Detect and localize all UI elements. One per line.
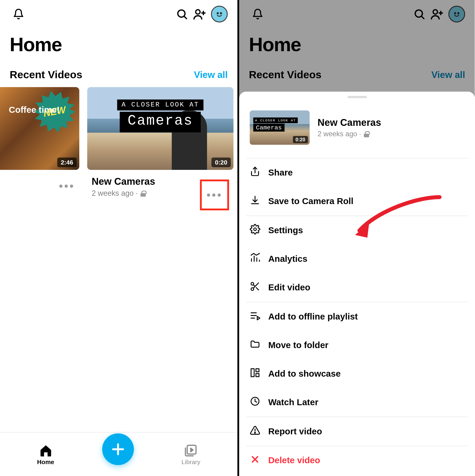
duration-badge: 0:20 [211, 157, 231, 167]
svg-line-30 [256, 288, 258, 290]
menu-item-add-to-showcase[interactable]: Add to showcase [239, 359, 475, 388]
gear-icon [250, 224, 260, 237]
playlist-icon [250, 310, 260, 323]
menu-item-report-video[interactable]: Report video [239, 417, 475, 446]
sheet-title: New Cameras [317, 117, 381, 128]
bottom-nav: Home Library [0, 432, 237, 476]
add-button[interactable] [102, 433, 133, 465]
overlay-text: Cameras [120, 112, 201, 133]
view-all-link[interactable]: View all [194, 70, 228, 80]
top-bar [0, 0, 237, 28]
menu-item-label: Share [268, 167, 293, 178]
svg-rect-36 [251, 369, 254, 377]
share-icon [250, 166, 260, 179]
video-cards-row: NEW Coffee time! 2:46 ! ••• A CLOSER LOO… [0, 87, 237, 219]
svg-point-6 [220, 12, 222, 14]
nav-home[interactable]: Home [37, 443, 54, 465]
menu-item-share[interactable]: Share [239, 158, 475, 187]
section-heading: Recent Videos [10, 69, 82, 81]
duration-badge: 2:46 [57, 157, 77, 167]
svg-marker-11 [191, 448, 193, 452]
overlay-title: Coffee time! [9, 105, 60, 115]
sheet-subtitle: 2 weeks ago · [317, 130, 381, 138]
menu-item-watch-later[interactable]: Watch Later [239, 388, 475, 416]
avatar[interactable] [211, 6, 228, 22]
svg-line-1 [184, 16, 186, 19]
svg-point-22 [254, 228, 256, 231]
svg-point-2 [196, 10, 200, 14]
overlay-text: A CLOSER LOOK AT [117, 99, 203, 110]
chart-icon [250, 253, 260, 265]
svg-point-5 [217, 12, 218, 14]
menu-item-move-to-folder[interactable]: Move to folder [239, 331, 475, 359]
video-thumbnail[interactable]: A CLOSER LOOK AT Cameras 0:20 [87, 87, 233, 170]
phone-screen-sheet: Home Recent Videos View all A CLOSER LOO… [237, 0, 475, 476]
video-thumbnail[interactable]: NEW Coffee time! 2:46 [0, 87, 79, 170]
more-options-button[interactable]: ••• [59, 176, 75, 193]
svg-point-41 [255, 432, 256, 433]
x-icon [250, 454, 260, 467]
svg-rect-37 [256, 369, 259, 372]
phone-screen-home: Home Recent Videos View all NEW Coffee t… [0, 0, 237, 476]
lock-icon [364, 131, 369, 137]
section-header: Recent Videos View all [0, 57, 237, 87]
video-subtitle: 2 weeks ago · [92, 189, 155, 198]
clock-icon [250, 396, 260, 409]
search-icon[interactable] [173, 5, 191, 23]
sheet-thumbnail: A CLOSER LOOK AT Cameras 0:20 [250, 110, 310, 145]
menu-item-save-to-camera-roll[interactable]: Save to Camera Roll [239, 187, 475, 216]
menu-item-label: Watch Later [268, 397, 318, 408]
menu-item-add-to-offline-playlist[interactable]: Add to offline playlist [239, 302, 475, 331]
sheet-menu: ShareSave to Camera RollSettingsAnalytic… [239, 158, 475, 475]
menu-item-analytics[interactable]: Analytics [239, 245, 475, 273]
folder-icon [250, 339, 260, 352]
menu-item-settings[interactable]: Settings [239, 216, 475, 245]
menu-item-label: Settings [268, 225, 303, 235]
svg-marker-35 [257, 316, 260, 320]
menu-item-label: Edit video [268, 283, 310, 293]
download-icon [250, 195, 260, 208]
lock-icon [141, 190, 146, 197]
menu-item-label: Save to Camera Roll [268, 196, 353, 206]
nav-library[interactable]: Library [181, 443, 200, 465]
svg-rect-38 [256, 374, 259, 377]
warn-icon [250, 425, 260, 438]
page-title: Home [0, 28, 237, 57]
more-options-button[interactable]: ••• [206, 188, 222, 202]
video-title: New Cameras [92, 176, 155, 187]
video-card[interactable]: NEW Coffee time! 2:46 ! ••• [0, 87, 79, 219]
menu-item-label: Add to offline playlist [268, 311, 358, 322]
video-card[interactable]: A CLOSER LOOK AT Cameras 0:20 New Camera… [87, 87, 233, 219]
menu-item-label: Delete video [268, 455, 320, 466]
menu-item-label: Report video [268, 426, 322, 436]
menu-item-edit-video[interactable]: Edit video [239, 273, 475, 302]
sheet-grabber[interactable] [347, 96, 367, 98]
add-user-icon[interactable] [191, 5, 208, 23]
scissors-icon [250, 281, 260, 294]
menu-item-label: Move to folder [268, 340, 328, 350]
action-sheet: A CLOSER LOOK AT Cameras 0:20 New Camera… [239, 92, 475, 476]
highlight-annotation: ••• [200, 179, 229, 210]
bell-icon[interactable] [10, 5, 27, 23]
menu-item-label: Analytics [268, 254, 308, 264]
showcase-icon [250, 367, 260, 380]
svg-line-31 [253, 285, 255, 286]
menu-item-delete-video[interactable]: Delete video [239, 446, 475, 475]
sheet-header: A CLOSER LOOK AT Cameras 0:20 New Camera… [239, 98, 475, 155]
menu-item-label: Add to showcase [268, 369, 341, 379]
